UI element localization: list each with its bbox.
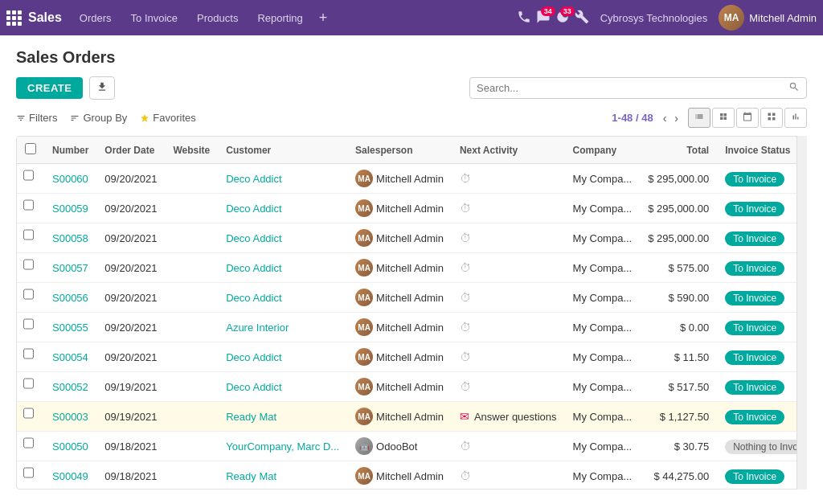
nav-to-invoice[interactable]: To Invoice bbox=[123, 7, 186, 29]
order-salesperson: MAMitchell Admin bbox=[347, 223, 452, 253]
order-number[interactable]: S00003 bbox=[44, 402, 96, 432]
order-customer[interactable]: Deco Addict bbox=[218, 194, 347, 223]
app-brand[interactable]: Sales bbox=[28, 10, 62, 25]
select-all-checkbox[interactable] bbox=[25, 143, 36, 154]
order-date: 09/20/2021 bbox=[96, 164, 165, 194]
nav-reporting[interactable]: Reporting bbox=[249, 7, 310, 29]
nav-plus-button[interactable]: + bbox=[314, 6, 333, 30]
salesperson-avatar: MA bbox=[355, 408, 373, 425]
nav-orders[interactable]: Orders bbox=[72, 7, 120, 29]
row-checkbox[interactable] bbox=[23, 348, 34, 359]
username-label: Mitchell Admin bbox=[749, 12, 817, 24]
salesperson-avatar: MA bbox=[355, 348, 373, 366]
order-salesperson: MAMitchell Admin bbox=[347, 164, 452, 194]
order-number[interactable]: S00049 bbox=[44, 461, 96, 490]
chat-icon[interactable]: 34 bbox=[536, 10, 551, 27]
clock-icon[interactable]: ⏱ bbox=[460, 469, 471, 482]
row-checkbox[interactable] bbox=[23, 170, 34, 181]
nav-products[interactable]: Products bbox=[189, 7, 246, 29]
clock-icon[interactable]: ⏱ bbox=[460, 350, 471, 363]
order-number[interactable]: S00058 bbox=[44, 223, 96, 253]
row-checkbox[interactable] bbox=[23, 229, 34, 240]
table-row: S0005409/20/2021Deco AddictMAMitchell Ad… bbox=[17, 342, 807, 372]
row-checkbox[interactable] bbox=[23, 259, 34, 270]
order-number[interactable]: S00060 bbox=[44, 164, 96, 194]
clock-icon[interactable]: ⏱ bbox=[460, 380, 471, 393]
chart-view-button[interactable] bbox=[784, 108, 807, 128]
order-number[interactable]: S00057 bbox=[44, 253, 96, 283]
order-date: 09/18/2021 bbox=[96, 432, 165, 461]
search-icon[interactable] bbox=[788, 81, 800, 95]
order-customer[interactable]: Deco Addict bbox=[218, 223, 347, 253]
salesperson-avatar: MA bbox=[355, 467, 373, 485]
groupby-button[interactable]: Group By bbox=[70, 112, 127, 124]
order-salesperson: MAMitchell Admin bbox=[347, 402, 452, 432]
download-button[interactable] bbox=[89, 76, 115, 100]
order-number[interactable]: S00055 bbox=[44, 313, 96, 342]
row-checkbox[interactable] bbox=[23, 199, 34, 211]
order-customer[interactable]: YourCompany, Marc D... bbox=[218, 432, 347, 461]
order-total: $ 11.50 bbox=[640, 342, 717, 372]
order-number[interactable]: S00052 bbox=[44, 372, 96, 402]
create-button[interactable]: CREATE bbox=[16, 77, 83, 99]
app-grid-icon[interactable] bbox=[6, 10, 22, 26]
row-checkbox[interactable] bbox=[23, 408, 34, 419]
list-view-button[interactable] bbox=[688, 108, 710, 128]
moon-icon[interactable]: 33 bbox=[555, 10, 570, 27]
order-customer[interactable]: Azure Interior bbox=[218, 313, 347, 342]
order-number[interactable]: S00050 bbox=[44, 432, 96, 461]
row-checkbox[interactable] bbox=[23, 318, 34, 330]
row-checkbox[interactable] bbox=[23, 289, 34, 300]
clock-icon[interactable]: ⏱ bbox=[460, 172, 471, 185]
filters-button[interactable]: Filters bbox=[16, 112, 57, 124]
order-customer[interactable]: Deco Addict bbox=[218, 342, 347, 372]
salesperson-name: Mitchell Admin bbox=[376, 262, 444, 274]
order-customer[interactable]: Deco Addict bbox=[218, 253, 347, 283]
order-date: 09/20/2021 bbox=[96, 223, 165, 253]
order-customer[interactable]: Ready Mat bbox=[218, 461, 347, 490]
header-number[interactable]: Number bbox=[44, 137, 96, 164]
kanban-view-button[interactable] bbox=[712, 108, 735, 128]
clock-icon[interactable]: ⏱ bbox=[460, 202, 471, 215]
order-number[interactable]: S00056 bbox=[44, 283, 96, 313]
header-checkbox[interactable] bbox=[17, 137, 44, 164]
order-customer[interactable]: Deco Addict bbox=[218, 283, 347, 313]
phone-icon[interactable] bbox=[517, 10, 531, 27]
order-total: $ 295,000.00 bbox=[640, 194, 717, 223]
user-avatar[interactable]: MA bbox=[719, 5, 744, 31]
favorites-button[interactable]: Favorites bbox=[140, 112, 195, 124]
status-badge: To Invoice bbox=[725, 261, 784, 276]
order-company: My Compa... bbox=[565, 461, 641, 490]
row-checkbox[interactable] bbox=[23, 437, 34, 449]
prev-page-button[interactable]: ‹ bbox=[660, 110, 670, 126]
order-number[interactable]: S00054 bbox=[44, 342, 96, 372]
order-invoice-status: To Invoice bbox=[717, 313, 807, 342]
order-number[interactable]: S00059 bbox=[44, 194, 96, 223]
calendar-view-button[interactable] bbox=[736, 108, 759, 128]
clock-icon[interactable]: ⏱ bbox=[460, 232, 471, 244]
search-input[interactable] bbox=[477, 82, 785, 94]
envelope-icon[interactable]: ✉ bbox=[460, 410, 469, 423]
order-customer[interactable]: Deco Addict bbox=[218, 372, 347, 402]
clock-icon[interactable]: ⏱ bbox=[460, 321, 471, 334]
status-badge: To Invoice bbox=[725, 410, 784, 424]
grid-view-button[interactable] bbox=[760, 108, 783, 128]
order-website bbox=[165, 432, 218, 461]
order-total: $ 1,127.50 bbox=[640, 402, 717, 432]
status-badge: Nothing to Invoice bbox=[725, 440, 807, 454]
order-activity: ⏱ bbox=[452, 313, 565, 342]
clock-icon[interactable]: ⏱ bbox=[460, 261, 471, 274]
next-page-button[interactable]: › bbox=[671, 110, 682, 126]
row-checkbox[interactable] bbox=[23, 378, 34, 389]
tools-icon[interactable] bbox=[575, 10, 589, 27]
row-checkbox[interactable] bbox=[23, 467, 34, 478]
clock-icon[interactable]: ⏱ bbox=[460, 291, 471, 304]
clock-icon[interactable]: ⏱ bbox=[460, 440, 471, 453]
header-customer[interactable]: Customer bbox=[218, 137, 347, 164]
table-row: S0004909/18/2021Ready MatMAMitchell Admi… bbox=[17, 461, 807, 490]
order-customer[interactable]: Deco Addict bbox=[218, 164, 347, 194]
order-customer[interactable]: Ready Mat bbox=[218, 402, 347, 432]
status-badge: To Invoice bbox=[725, 350, 784, 365]
header-total: Total bbox=[640, 137, 717, 164]
header-order-date[interactable]: Order Date bbox=[96, 137, 165, 164]
